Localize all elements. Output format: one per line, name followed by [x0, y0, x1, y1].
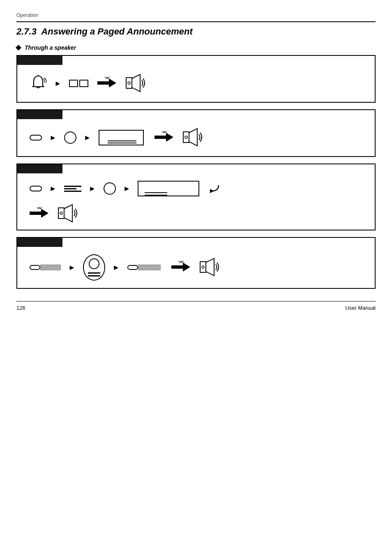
svg-marker-2	[109, 78, 116, 88]
speaker-icon-2	[182, 127, 205, 149]
stacked-bars-icon	[64, 186, 81, 192]
squares-icon	[69, 80, 88, 87]
svg-rect-16	[200, 262, 206, 272]
diagram-4-header	[17, 238, 62, 247]
svg-point-13	[60, 212, 62, 214]
handset-icon-2	[30, 186, 42, 191]
handset-icon-1	[30, 135, 42, 140]
circle-icon-2	[104, 182, 116, 195]
svg-rect-12	[58, 208, 64, 219]
diagram-2-header	[17, 110, 62, 119]
svg-point-8	[185, 136, 187, 138]
diagram-4: ► ►	[16, 237, 376, 289]
handset-bar-icon-2	[127, 265, 161, 270]
diagram-1-content: ►	[17, 65, 375, 102]
arrow-2a: ►	[49, 134, 57, 142]
diagram-1: ►	[16, 55, 376, 103]
arrow-2b: ►	[84, 134, 91, 142]
svg-point-17	[202, 266, 204, 268]
arrow-4b: ►	[113, 263, 120, 272]
diagram-3-row1: ► ► ►	[30, 181, 362, 196]
diagram-4-content: ► ►	[17, 247, 375, 288]
speaker-icon-3	[58, 203, 80, 225]
speaker-icon-4	[199, 257, 222, 279]
svg-marker-15	[183, 263, 190, 272]
arrow-1: ►	[54, 79, 62, 88]
diagram-1-header	[17, 56, 62, 65]
handset-bar-icon-1	[30, 265, 61, 270]
ring-arrow-icon-3	[30, 207, 50, 221]
footer: 126 User Manual	[16, 305, 376, 311]
speaker-icon-1	[125, 73, 148, 94]
svg-rect-3	[126, 78, 132, 88]
footer-divider	[16, 301, 376, 302]
phone-box-icon-1	[99, 130, 144, 145]
page-number: 126	[16, 305, 25, 311]
circle-dot-phone-icon	[83, 254, 105, 281]
svg-point-4	[128, 82, 130, 84]
subsection-label: Through a speaker	[16, 44, 376, 51]
svg-rect-5	[154, 136, 166, 139]
top-divider	[16, 21, 376, 22]
diagram-2-content: ► ►	[17, 119, 375, 156]
diagram-3-header	[17, 164, 62, 173]
diagram-3: ► ► ►	[16, 164, 376, 230]
arrow-3c: ►	[123, 184, 131, 193]
ring-arrow-icon-4	[171, 261, 192, 274]
svg-marker-11	[41, 209, 48, 218]
phone-box-4lines-icon	[138, 181, 199, 196]
diagram-3-row2	[30, 203, 362, 225]
svg-rect-10	[30, 212, 41, 215]
svg-rect-14	[171, 265, 183, 269]
arrow-4a: ►	[68, 263, 76, 272]
ring-arrow-icon-2	[154, 131, 175, 145]
section-title: 2.7.3 Answering a Paged Announcement	[16, 26, 376, 37]
svg-rect-7	[183, 132, 189, 143]
ring-arrow-icon	[97, 77, 118, 90]
breadcrumb: Operation	[16, 12, 376, 18]
svg-rect-1	[97, 81, 109, 85]
svg-marker-9	[210, 189, 214, 193]
arrow-3b: ►	[89, 184, 96, 193]
diagram-3-content: ► ► ►	[17, 173, 375, 230]
svg-marker-6	[166, 133, 173, 142]
circle-icon-1	[64, 131, 76, 144]
section-number: 2.7.3	[16, 26, 37, 37]
doc-title: User Manual	[345, 305, 376, 311]
bell-icon	[30, 74, 47, 93]
diamond-icon	[16, 45, 21, 51]
undo-icon	[208, 182, 221, 196]
arrow-3a: ►	[49, 184, 57, 193]
section-heading: Answering a Paged Announcement	[41, 26, 192, 37]
diagram-2: ► ►	[16, 109, 376, 157]
